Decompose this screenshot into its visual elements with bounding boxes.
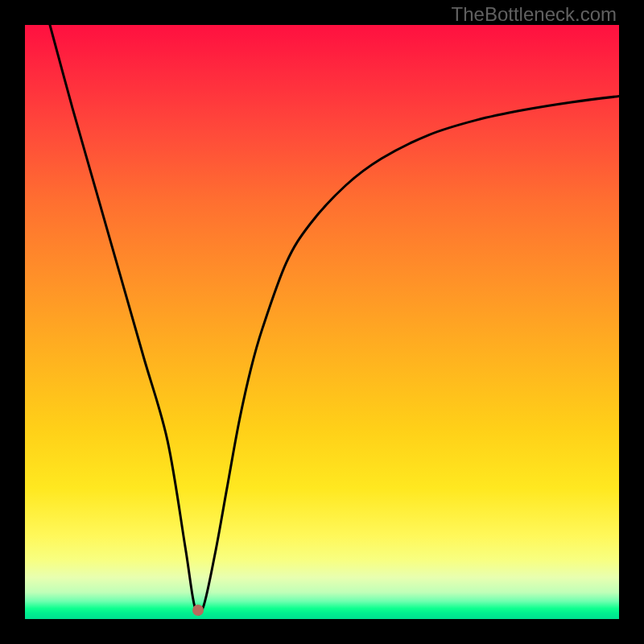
watermark-text: TheBottleneck.com [452, 3, 617, 26]
chart-frame: TheBottleneck.com [0, 0, 644, 644]
plot-area [25, 25, 619, 619]
optimal-point-marker [192, 605, 204, 616]
curve-svg [25, 25, 619, 619]
bottleneck-curve-path [50, 25, 619, 614]
